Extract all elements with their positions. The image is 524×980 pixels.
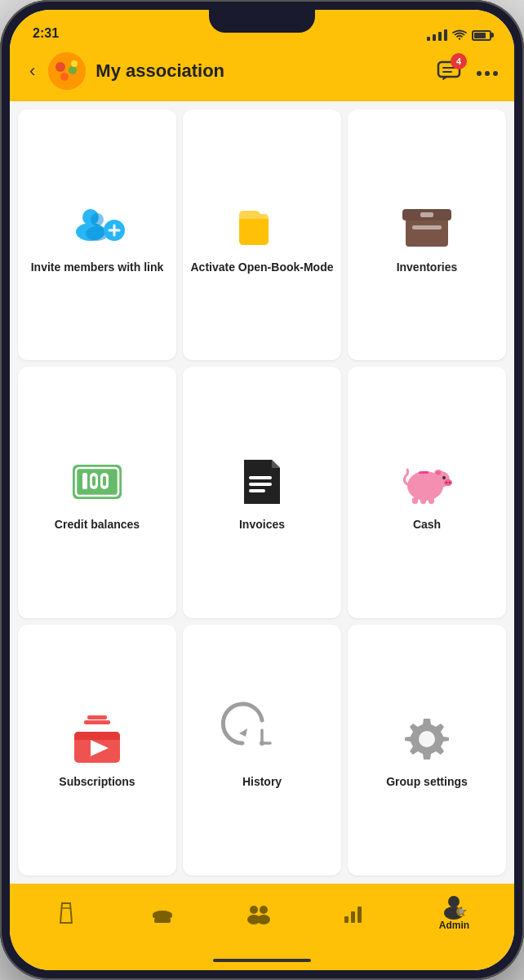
- food-icon: [151, 902, 174, 924]
- svg-point-36: [442, 476, 446, 479]
- wifi-icon: [452, 29, 467, 41]
- bottom-nav: Admin: [10, 884, 514, 951]
- svg-point-14: [91, 213, 104, 226]
- grid-item-group-settings[interactable]: Group settings: [348, 625, 506, 875]
- history-icon: [233, 712, 291, 764]
- credit-balances-icon: [68, 455, 127, 507]
- grid-item-credit-balances[interactable]: Credit balances: [18, 367, 176, 617]
- svg-rect-31: [249, 489, 265, 492]
- svg-rect-49: [87, 715, 107, 719]
- open-book-label: Activate Open-Book-Mode: [190, 260, 333, 274]
- svg-point-1: [56, 62, 65, 72]
- svg-point-2: [69, 66, 77, 74]
- svg-point-54: [419, 731, 435, 747]
- svg-rect-43: [429, 498, 434, 504]
- status-time: 2:31: [33, 26, 59, 41]
- nav-item-drinks[interactable]: [45, 897, 87, 929]
- invoices-icon: [233, 455, 291, 507]
- grid-item-invite-members[interactable]: Invite members with link: [18, 109, 176, 360]
- svg-rect-41: [412, 497, 418, 504]
- header-title: My association: [95, 60, 424, 82]
- svg-rect-63: [344, 916, 349, 923]
- header: ‹ My association: [10, 46, 514, 101]
- group-settings-label: Group settings: [386, 774, 468, 789]
- svg-rect-48: [84, 720, 110, 724]
- chat-button[interactable]: 4: [434, 56, 464, 86]
- svg-rect-28: [103, 476, 106, 486]
- cash-icon: [397, 455, 456, 507]
- svg-point-66: [448, 896, 460, 907]
- svg-point-9: [485, 71, 490, 76]
- credit-balances-label: Credit balances: [55, 517, 140, 532]
- nav-item-food[interactable]: [141, 897, 184, 929]
- svg-rect-42: [420, 498, 426, 504]
- svg-rect-20: [420, 212, 433, 217]
- nav-item-members[interactable]: [237, 897, 279, 929]
- stats-icon: [343, 902, 366, 924]
- svg-marker-50: [239, 728, 247, 737]
- home-indicator: [10, 951, 514, 970]
- svg-point-4: [71, 60, 78, 67]
- grid-item-subscriptions[interactable]: Subscriptions: [18, 625, 176, 875]
- svg-point-62: [257, 915, 270, 924]
- svg-rect-26: [92, 476, 95, 486]
- more-options-button[interactable]: [477, 60, 498, 82]
- inventories-label: Inventories: [397, 260, 458, 274]
- subscriptions-label: Subscriptions: [59, 774, 135, 789]
- svg-point-3: [60, 73, 69, 81]
- admin-label: Admin: [439, 920, 469, 931]
- subscriptions-icon: [68, 712, 127, 764]
- notification-badge: 4: [451, 53, 467, 69]
- invite-members-icon: [68, 198, 127, 250]
- drinks-icon: [55, 902, 78, 924]
- svg-rect-29: [249, 476, 272, 479]
- phone-inner: 2:31: [10, 10, 514, 970]
- header-actions: 4: [434, 56, 498, 86]
- phone-frame: 2:31: [0, 0, 524, 980]
- invoices-label: Invoices: [239, 517, 285, 532]
- status-icons: [427, 29, 491, 41]
- svg-point-8: [477, 71, 482, 76]
- svg-rect-46: [74, 736, 120, 740]
- admin-icon: [442, 895, 465, 918]
- svg-rect-40: [419, 471, 429, 474]
- svg-point-38: [446, 482, 447, 483]
- svg-point-39: [449, 482, 451, 483]
- more-icon: [477, 70, 498, 77]
- open-book-icon: [233, 198, 291, 250]
- svg-rect-65: [357, 906, 362, 923]
- svg-point-0: [48, 52, 86, 90]
- invite-members-label: Invite members with link: [31, 260, 164, 274]
- svg-rect-21: [412, 225, 442, 229]
- grid-item-invoices[interactable]: Invoices: [183, 367, 341, 617]
- svg-point-59: [250, 906, 258, 914]
- history-label: History: [242, 774, 282, 789]
- svg-point-61: [260, 906, 268, 914]
- grid-item-cash[interactable]: Cash: [348, 367, 506, 617]
- grid-item-inventories[interactable]: Inventories: [348, 109, 506, 360]
- svg-rect-24: [82, 473, 87, 489]
- members-icon: [246, 902, 269, 924]
- svg-rect-30: [249, 483, 272, 486]
- battery-icon: [472, 30, 491, 41]
- home-bar: [213, 959, 311, 962]
- svg-point-35: [436, 470, 441, 474]
- cash-label: Cash: [413, 517, 441, 532]
- grid-container: Invite members with link Activate Open-B…: [10, 101, 514, 884]
- avatar[interactable]: [48, 52, 86, 90]
- grid-item-history[interactable]: History: [183, 625, 341, 875]
- signal-icon: [427, 29, 447, 41]
- notch: [209, 10, 315, 33]
- svg-point-10: [493, 71, 498, 76]
- svg-point-53: [260, 741, 264, 746]
- nav-item-stats[interactable]: [333, 897, 375, 929]
- group-settings-icon: [397, 712, 456, 764]
- back-button[interactable]: ‹: [26, 57, 38, 85]
- inventories-icon: [397, 198, 456, 250]
- nav-item-admin[interactable]: Admin: [429, 890, 479, 936]
- svg-rect-64: [351, 911, 355, 923]
- grid-item-open-book[interactable]: Activate Open-Book-Mode: [183, 109, 341, 360]
- svg-point-37: [444, 479, 452, 486]
